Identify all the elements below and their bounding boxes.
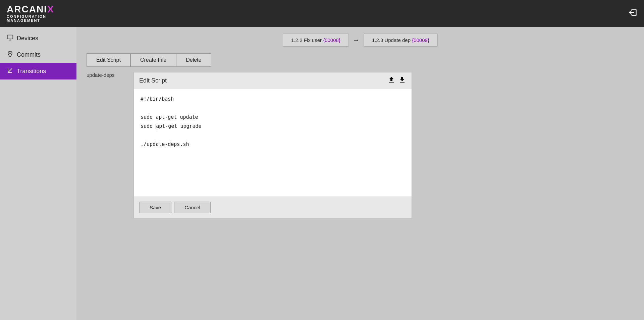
from-commit-button[interactable]: 1.2.2 Fix user {00008}: [283, 34, 349, 47]
text-cursor: [156, 124, 156, 129]
transition-arrow: →: [353, 36, 360, 44]
sidebar-item-transitions-label: Transitions: [17, 68, 46, 75]
edit-script-body[interactable]: #!/bin/bash sudo apt-get update sudo apt…: [134, 89, 412, 197]
to-commit-label: 1.2.3 Update dep: [372, 37, 411, 43]
svg-point-3: [9, 52, 11, 54]
transitions-icon: [7, 67, 13, 75]
left-panel: update-deps: [87, 72, 127, 218]
download-button[interactable]: [398, 76, 406, 86]
create-file-button[interactable]: Create File: [130, 53, 176, 67]
to-commit-id: {00009}: [412, 37, 429, 43]
edit-script-icons: [387, 76, 406, 86]
sidebar-item-devices-label: Devices: [17, 35, 38, 42]
svg-rect-0: [7, 35, 13, 39]
sidebar-item-transitions[interactable]: Transitions: [0, 63, 76, 79]
svg-line-4: [8, 68, 12, 72]
content-area: 1.2.2 Fix user {00008} → 1.2.3 Update de…: [76, 27, 644, 320]
file-label: update-deps: [87, 72, 127, 78]
cancel-button[interactable]: Cancel: [174, 202, 211, 213]
sidebar: Devices Commits Transitions: [0, 27, 76, 320]
top-bar: ARCANIX CONFIGURATION MANAGEMENT: [0, 0, 644, 27]
logo: ARCANIX CONFIGURATION MANAGEMENT: [7, 4, 54, 23]
logout-button[interactable]: [628, 8, 637, 19]
upload-button[interactable]: [387, 76, 395, 86]
logo-sub1: CONFIGURATION: [7, 14, 54, 18]
edit-script-footer: Save Cancel: [134, 197, 412, 218]
logo-text: ARCANIX: [7, 4, 54, 15]
sidebar-item-commits-label: Commits: [17, 51, 41, 58]
edit-script-title: Edit Script: [139, 77, 167, 84]
transition-breadcrumb: 1.2.2 Fix user {00008} → 1.2.3 Update de…: [87, 34, 634, 47]
logo-sub2: MANAGEMENT: [7, 18, 54, 22]
main-layout: Devices Commits Transitions 1.2.2 Fix us…: [0, 27, 644, 320]
from-commit-id: {00008}: [323, 37, 340, 43]
save-button[interactable]: Save: [139, 202, 171, 213]
edit-script-header: Edit Script: [134, 72, 412, 89]
edit-script-panel: Edit Script #!/bin/bash sudo apt-get upd…: [133, 72, 412, 218]
devices-icon: [7, 34, 13, 43]
to-commit-button[interactable]: 1.2.3 Update dep {00009}: [364, 34, 438, 47]
logo-arcani: ARCANI: [7, 4, 47, 14]
logo-x: X: [47, 4, 54, 14]
sidebar-item-commits[interactable]: Commits: [0, 47, 76, 63]
action-buttons: Edit Script Create File Delete: [87, 53, 634, 67]
from-commit-label: 1.2.2 Fix user: [291, 37, 322, 43]
sidebar-item-devices[interactable]: Devices: [0, 30, 76, 47]
main-content-row: update-deps Edit Script #!/bin/bash s: [87, 72, 634, 218]
delete-button[interactable]: Delete: [176, 53, 211, 67]
commits-icon: [7, 51, 13, 59]
edit-script-button[interactable]: Edit Script: [87, 53, 130, 67]
